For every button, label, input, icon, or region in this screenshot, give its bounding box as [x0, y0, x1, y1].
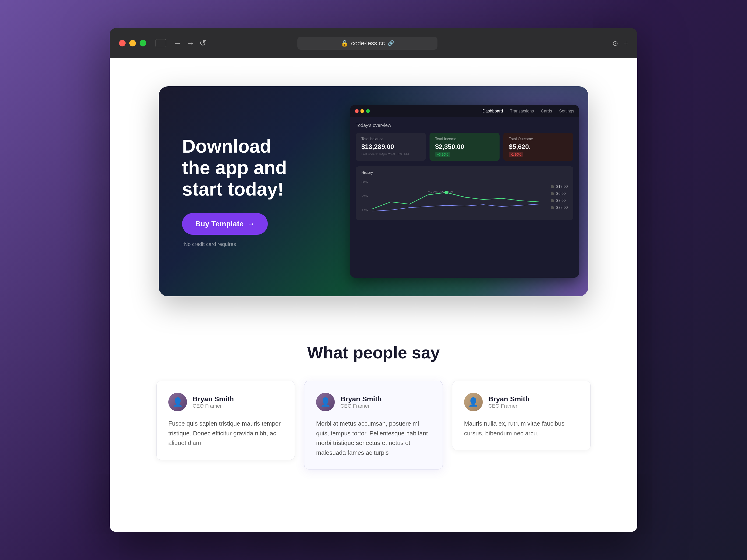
- avatar-1: 👤: [316, 393, 335, 411]
- link-icon: 🔗: [388, 40, 394, 46]
- svg-text:30k: 30k: [361, 181, 368, 184]
- outcome-value: $5,620.: [509, 143, 568, 151]
- forward-button[interactable]: →: [186, 39, 195, 47]
- svg-text:Average: 17%: Average: 17%: [428, 190, 453, 193]
- browser-actions: ⊙ +: [612, 39, 628, 47]
- avatar-2: 👤: [464, 393, 483, 411]
- refresh-button[interactable]: ↺: [199, 39, 206, 47]
- history-chart: 30k 20k 10k Average: 17%: [361, 179, 546, 216]
- income-label: Total Income: [435, 137, 494, 141]
- dash-nav-cards[interactable]: Cards: [541, 109, 552, 114]
- browser-chrome: ← → ↺ 🔒 code-less.cc 🔗 ⊙ +: [110, 28, 637, 58]
- minimize-button[interactable]: [129, 40, 136, 47]
- legend-val-0: $13.00: [556, 185, 568, 189]
- address-bar[interactable]: 🔒 code-less.cc 🔗: [298, 37, 437, 50]
- dash-max-dot: [366, 109, 370, 113]
- reviewer-role-1: CEO Framer: [340, 403, 382, 409]
- hero-card: Download the app and start today! Buy Te…: [159, 86, 588, 296]
- maximize-button[interactable]: [139, 40, 146, 47]
- legend-dot-0: [551, 185, 554, 188]
- download-button[interactable]: ⊙: [612, 39, 618, 47]
- testimonial-text-0: Fusce quis sapien tristique mauris tempo…: [168, 419, 283, 448]
- tab-switcher-icon[interactable]: [155, 39, 166, 47]
- close-button[interactable]: [119, 40, 126, 47]
- stats-row: Total balance $13,289.00 Last update: 9 …: [356, 133, 573, 161]
- hero-section: Download the app and start today! Buy Te…: [110, 58, 637, 320]
- legend-dot-2: [551, 199, 554, 202]
- legend-dot-3: [551, 206, 554, 209]
- buy-template-button[interactable]: Buy Template →: [182, 213, 268, 235]
- legend-item-2: $2.00: [551, 198, 568, 203]
- url-text: code-less.cc: [351, 40, 385, 47]
- reviewer-info-2: Bryan Smith CEO Framer: [488, 395, 530, 409]
- dash-nav-settings[interactable]: Settings: [559, 109, 574, 114]
- dash-titlebar: Dashboard Transactions Cards Settings: [350, 105, 579, 117]
- page-content: Download the app and start today! Buy Te…: [110, 58, 637, 532]
- svg-text:20k: 20k: [361, 195, 368, 197]
- history-content: 30k 20k 10k Average: 17%: [361, 179, 568, 216]
- testimonial-card-2: 👤 Bryan Smith CEO Framer Mauris nulla ex…: [452, 381, 591, 450]
- balance-sub: Last update: 9 April 2023 05:00 PM: [361, 152, 420, 156]
- dashboard-preview: Dashboard Transactions Cards Settings To…: [308, 86, 588, 296]
- testimonial-card-1: 👤 Bryan Smith CEO Framer Morbi at metus …: [304, 381, 443, 470]
- section-title: What people say: [156, 343, 591, 362]
- chart-area: 30k 20k 10k Average: 17%: [361, 179, 546, 216]
- stat-balance: Total balance $13,289.00 Last update: 9 …: [356, 133, 426, 161]
- dash-min-dot: [360, 109, 364, 113]
- avatar-0: 👤: [168, 393, 187, 411]
- history-title: History: [361, 170, 568, 175]
- testimonial-text-2: Mauris nulla ex, rutrum vitae faucibus c…: [464, 419, 579, 438]
- reviewer-role-2: CEO Framer: [488, 403, 530, 409]
- dash-body: Today's overview Total balance $13,289.0…: [350, 117, 579, 225]
- no-credit-text: *No credit card requires: [182, 241, 289, 247]
- income-value: $2,350.00: [435, 143, 494, 151]
- lock-icon: 🔒: [341, 40, 348, 47]
- dashboard-mock: Dashboard Transactions Cards Settings To…: [350, 105, 579, 278]
- reviewer-info-0: Bryan Smith CEO Framer: [192, 395, 234, 409]
- reviewer-name-0: Bryan Smith: [192, 395, 234, 403]
- traffic-lights: [119, 40, 146, 47]
- svg-text:10k: 10k: [361, 209, 368, 212]
- reviewer-header-1: 👤 Bryan Smith CEO Framer: [316, 393, 431, 411]
- balance-label: Total balance: [361, 137, 420, 141]
- reviewer-name-1: Bryan Smith: [340, 395, 382, 403]
- history-legend: $13.00 $6.00 $2.00: [551, 179, 568, 216]
- balance-value: $13,289.00: [361, 143, 420, 151]
- buy-template-label: Buy Template: [195, 219, 243, 228]
- income-badge: +3.80%: [435, 152, 450, 157]
- svg-point-4: [444, 191, 448, 194]
- reviewer-name-2: Bryan Smith: [488, 395, 530, 403]
- overview-title: Today's overview: [356, 123, 573, 128]
- reviewer-role-0: CEO Framer: [192, 403, 234, 409]
- testimonial-card-0: 👤 Bryan Smith CEO Framer Fusce quis sapi…: [156, 381, 295, 460]
- dash-close-dot: [355, 109, 359, 113]
- outcome-label: Total Outcome: [509, 137, 568, 141]
- testimonials-section: What people say 👤 Bryan Smith CEO Framer…: [110, 320, 637, 498]
- arrow-icon: →: [247, 219, 255, 228]
- history-card: History 30k 20k 10k: [356, 166, 573, 220]
- hero-title: Download the app and start today!: [182, 136, 289, 200]
- browser-window: ← → ↺ 🔒 code-less.cc 🔗 ⊙ + Download the …: [110, 28, 637, 532]
- legend-item-3: $28.00: [551, 206, 568, 210]
- dash-navigation: Dashboard Transactions Cards Settings: [483, 109, 574, 114]
- testimonial-text-1: Morbi at metus accumsan, posuere mi quis…: [316, 419, 431, 458]
- dash-nav-transactions[interactable]: Transactions: [510, 109, 534, 114]
- legend-val-3: $28.00: [556, 206, 568, 210]
- stat-outcome: Total Outcome $5,620. -1.30%: [503, 133, 573, 161]
- reviewer-info-1: Bryan Smith CEO Framer: [340, 395, 382, 409]
- reviewer-header-0: 👤 Bryan Smith CEO Framer: [168, 393, 283, 411]
- legend-dot-1: [551, 192, 554, 195]
- legend-item-1: $6.00: [551, 192, 568, 196]
- hero-left-content: Download the app and start today! Buy Te…: [159, 117, 308, 266]
- stat-income: Total Income $2,350.00 +3.80%: [430, 133, 499, 161]
- legend-val-1: $6.00: [556, 192, 566, 196]
- browser-navigation: ← → ↺: [173, 39, 206, 47]
- back-button[interactable]: ←: [173, 39, 182, 47]
- dash-nav-dashboard[interactable]: Dashboard: [483, 109, 503, 114]
- new-tab-button[interactable]: +: [624, 39, 628, 47]
- testimonials-grid: 👤 Bryan Smith CEO Framer Fusce quis sapi…: [156, 381, 591, 470]
- outcome-badge: -1.30%: [509, 152, 523, 157]
- legend-val-2: $2.00: [556, 198, 566, 203]
- legend-item-0: $13.00: [551, 185, 568, 189]
- reviewer-header-2: 👤 Bryan Smith CEO Framer: [464, 393, 579, 411]
